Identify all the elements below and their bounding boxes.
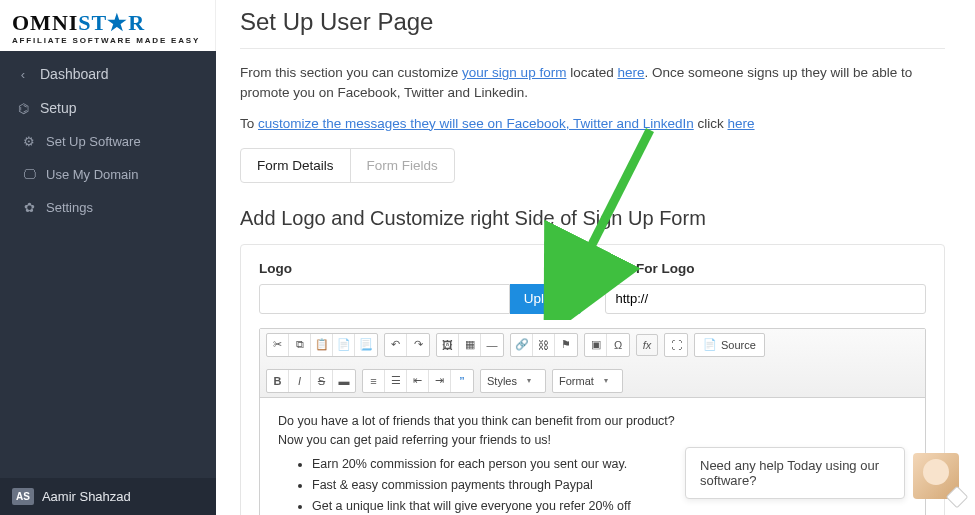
nav-dashboard[interactable]: ‹Dashboard: [0, 57, 216, 91]
link-field: Link For Logo: [605, 261, 927, 314]
redo-icon[interactable]: ↷: [407, 334, 429, 356]
sliders-icon: ⚙: [20, 134, 38, 149]
logo-label: Logo: [259, 261, 581, 276]
image-icon[interactable]: 🖼: [437, 334, 459, 356]
source-button[interactable]: 📄Source: [694, 333, 765, 357]
monitor-icon: 🖵: [20, 167, 38, 182]
tab-form-fields[interactable]: Form Fields: [351, 149, 454, 182]
format-select[interactable]: Format▾: [552, 369, 623, 393]
remove-format-icon[interactable]: ▬: [333, 370, 355, 392]
chevron-left-icon: ‹: [14, 67, 32, 82]
anchor-icon[interactable]: ⚑: [555, 334, 577, 356]
user-badge: AS: [12, 488, 34, 505]
nav-setup[interactable]: ⌬Setup: [0, 91, 216, 125]
strike-icon[interactable]: S: [311, 370, 333, 392]
link-icon[interactable]: 🔗: [511, 334, 533, 356]
copy-icon[interactable]: ⧉: [289, 334, 311, 356]
link-input[interactable]: [605, 284, 927, 314]
numbered-list-icon[interactable]: ≡: [363, 370, 385, 392]
nav-settings[interactable]: ✿Settings: [0, 191, 216, 224]
gauge-icon: ⌬: [14, 101, 32, 116]
main-content: Set Up User Page From this section you c…: [216, 0, 975, 515]
logo-input[interactable]: [259, 284, 510, 314]
tabs: Form Details Form Fields: [240, 148, 455, 183]
customize-messages-link[interactable]: customize the messages they will see on …: [258, 116, 694, 131]
chat-widget: Need any help Today using our software?: [685, 447, 959, 499]
intro-paragraph-1: From this section you can customize your…: [240, 63, 945, 104]
logo-field: Logo Upload: [259, 261, 581, 314]
source-icon: 📄: [703, 338, 717, 351]
list-item: Get a unique link that will give everyon…: [312, 497, 907, 515]
user-footer[interactable]: AS Aamir Shahzad: [0, 478, 216, 515]
outdent-icon[interactable]: ⇤: [407, 370, 429, 392]
section-title: Add Logo and Customize right Side of Sig…: [240, 207, 945, 230]
tab-form-details[interactable]: Form Details: [241, 149, 351, 182]
hr-icon[interactable]: —: [481, 334, 503, 356]
embed-icon[interactable]: ▣: [585, 334, 607, 356]
paste-text-icon[interactable]: 📄: [333, 334, 355, 356]
undo-icon[interactable]: ↶: [385, 334, 407, 356]
fx-icon[interactable]: fx: [636, 334, 658, 356]
editor-line: Do you have a lot of friends that you th…: [278, 412, 907, 431]
divider: [240, 48, 945, 49]
sidebar: OMNIST★R AFFILIATE SOFTWARE MADE EASY ‹D…: [0, 0, 216, 515]
brand-logo: OMNIST★R AFFILIATE SOFTWARE MADE EASY: [0, 0, 216, 51]
chevron-down-icon: ▾: [527, 376, 531, 385]
signup-form-link[interactable]: your sign up form: [462, 65, 566, 80]
chat-bubble[interactable]: Need any help Today using our software?: [685, 447, 905, 499]
nav-setup-software[interactable]: ⚙Set Up Software: [0, 125, 216, 158]
chevron-down-icon: ▾: [604, 376, 608, 385]
styles-select[interactable]: Styles▾: [480, 369, 546, 393]
bullet-list-icon[interactable]: ☰: [385, 370, 407, 392]
upload-button[interactable]: Upload: [510, 284, 581, 314]
paste-icon[interactable]: 📋: [311, 334, 333, 356]
link-label: Link For Logo: [605, 261, 927, 276]
table-icon[interactable]: ▦: [459, 334, 481, 356]
bold-icon[interactable]: B: [267, 370, 289, 392]
indent-icon[interactable]: ⇥: [429, 370, 451, 392]
nav: ‹Dashboard ⌬Setup ⚙Set Up Software 🖵Use …: [0, 51, 216, 224]
here-link-2[interactable]: here: [728, 116, 755, 131]
cut-icon[interactable]: ✂: [267, 334, 289, 356]
page-title: Set Up User Page: [240, 8, 945, 36]
special-char-icon[interactable]: Ω: [607, 334, 629, 356]
intro-paragraph-2: To customize the messages they will see …: [240, 114, 945, 134]
user-name: Aamir Shahzad: [42, 489, 131, 504]
maximize-icon[interactable]: ⛶: [665, 334, 687, 356]
unlink-icon[interactable]: ⛓: [533, 334, 555, 356]
gear-icon: ✿: [20, 200, 38, 215]
editor-toolbar: ✂ ⧉ 📋 📄 📃 ↶ ↷ 🖼 ▦ — 🔗 ⛓: [260, 329, 925, 398]
blockquote-icon[interactable]: ”: [451, 370, 473, 392]
paste-word-icon[interactable]: 📃: [355, 334, 377, 356]
here-link-1[interactable]: here: [617, 65, 644, 80]
nav-use-domain[interactable]: 🖵Use My Domain: [0, 158, 216, 191]
italic-icon[interactable]: I: [289, 370, 311, 392]
